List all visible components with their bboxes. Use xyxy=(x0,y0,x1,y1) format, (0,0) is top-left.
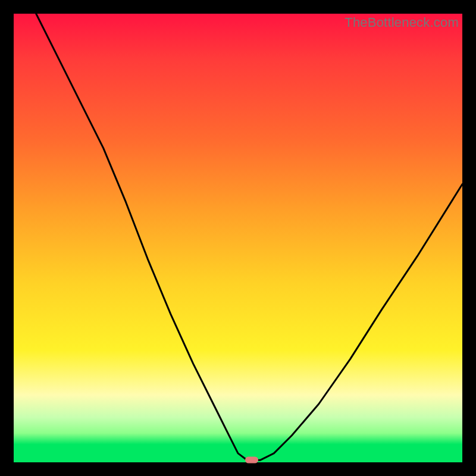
bottleneck-curve xyxy=(14,14,462,462)
chart-plot-area: TheBottleneck.com xyxy=(14,14,462,462)
optimal-marker xyxy=(245,457,258,464)
watermark-text: TheBottleneck.com xyxy=(345,15,459,30)
chart-frame: TheBottleneck.com xyxy=(0,0,476,476)
curve-path xyxy=(36,14,462,460)
